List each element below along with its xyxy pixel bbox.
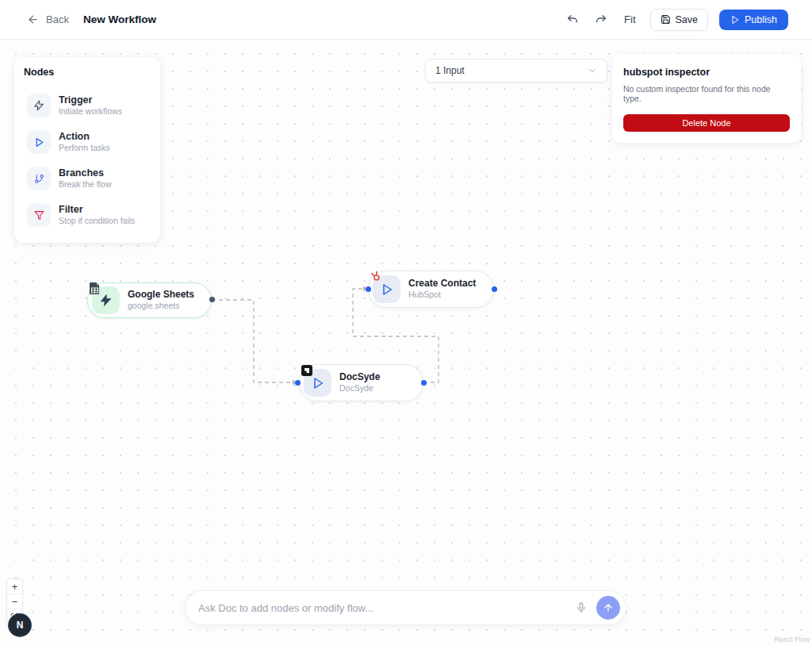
play-icon [381, 283, 393, 296]
node-google-sheets[interactable]: Google Sheets google.sheets [87, 282, 212, 318]
node-icon-container [92, 286, 120, 314]
palette-item-label: Branches [59, 167, 112, 179]
save-label: Save [676, 14, 699, 25]
save-button[interactable]: Save [650, 9, 709, 31]
publish-label: Publish [745, 14, 777, 25]
back-label: Back [46, 13, 69, 25]
react-flow-attribution[interactable]: React Flow [774, 635, 810, 643]
page-title: New Workflow [83, 13, 156, 25]
palette-item-desc: Break the flow [59, 179, 112, 190]
node-icon-container [373, 275, 400, 303]
zoom-out-button[interactable]: − [7, 594, 22, 609]
palette-item-desc: Stop if condition fails [59, 216, 135, 227]
palette-item-label: Filter [59, 203, 135, 216]
zoom-in-button[interactable]: + [7, 579, 22, 594]
input-count-value: 1 Input [435, 65, 465, 76]
node-create-contact[interactable]: Create Contact HubSpot [368, 271, 494, 308]
inspector-title: hubspot inspector [623, 67, 790, 78]
palette-item-filter[interactable]: Filter Stop if condition fails [24, 197, 151, 233]
avatar-initial: N [17, 620, 24, 631]
zap-icon [99, 294, 113, 307]
node-title: Create Contact [408, 278, 476, 290]
topbar: Back New Workflow Fit Save Publish [0, 0, 812, 40]
palette-item-desc: Perform tasks [59, 143, 110, 154]
node-subtitle: DocSyde [339, 383, 380, 394]
fit-view-button[interactable]: Fit [621, 13, 638, 25]
back-arrow-icon [24, 11, 41, 29]
undo-icon[interactable] [564, 11, 581, 29]
play-icon [27, 130, 51, 154]
send-button[interactable] [596, 596, 620, 620]
palette-item-branches[interactable]: Branches Break the flow [24, 160, 151, 197]
palette-item-label: Action [59, 130, 110, 143]
chat-bar [185, 590, 626, 625]
handle-docsyde-target[interactable] [295, 380, 301, 386]
chat-input[interactable] [198, 602, 571, 614]
mic-icon[interactable] [571, 597, 592, 618]
input-count-dropdown[interactable]: 1 Input [425, 59, 607, 83]
palette-item-trigger[interactable]: Trigger Initiate workflows [24, 87, 151, 124]
nodes-panel-title: Nodes [24, 67, 151, 78]
chevron-down-icon [588, 66, 597, 75]
funnel-icon [27, 203, 51, 227]
nodes-panel: Nodes Trigger Initiate workflows Action … [14, 57, 160, 243]
node-icon-container [304, 369, 331, 397]
node-title: DocSyde [339, 371, 380, 383]
handle-docsyde-source[interactable] [421, 380, 427, 386]
play-icon [730, 15, 740, 25]
back-button[interactable]: Back [24, 11, 69, 29]
delete-node-button[interactable]: Delete Node [623, 114, 790, 132]
zap-icon [27, 94, 51, 117]
handle-sheets-source[interactable] [209, 297, 215, 302]
node-docsyde[interactable]: DocSyde DocSyde [299, 364, 423, 401]
node-subtitle: HubSpot [408, 290, 476, 300]
git-branch-icon [27, 167, 51, 190]
node-title: Google Sheets [128, 289, 194, 301]
inspector-message: No custom inspector found for this node … [623, 84, 790, 103]
inspector-panel: hubspot inspector No custom inspector fo… [612, 54, 801, 143]
redo-icon[interactable] [592, 11, 610, 29]
save-icon [661, 14, 671, 25]
publish-button[interactable]: Publish [719, 10, 788, 30]
handle-contact-target[interactable] [366, 286, 371, 292]
handle-contact-source[interactable] [492, 286, 497, 292]
docsyde-logo-icon [301, 364, 313, 380]
user-avatar[interactable]: N [9, 614, 31, 636]
google-sheets-file-icon [89, 282, 101, 298]
palette-item-desc: Initiate workflows [59, 106, 122, 117]
palette-item-action[interactable]: Action Perform tasks [24, 124, 151, 160]
palette-item-label: Trigger [59, 94, 122, 106]
hubspot-sprocket-icon [370, 271, 381, 286]
arrow-up-icon [603, 602, 614, 613]
node-subtitle: google.sheets [128, 301, 194, 311]
